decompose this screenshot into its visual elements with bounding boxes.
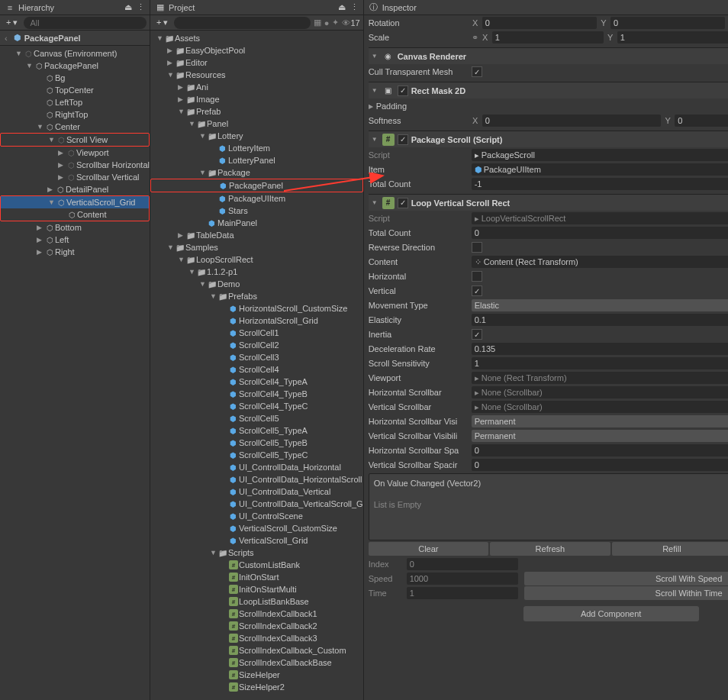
tree-row[interactable]: ScrollCell5_TypeB bbox=[150, 437, 363, 449]
tree-row[interactable]: ▼Resources bbox=[150, 69, 363, 81]
hierarchy-tree[interactable]: ▼Canvas (Environment)▼PackagePanelBgTopC… bbox=[0, 46, 150, 700]
expand-icon[interactable]: ▼ bbox=[178, 256, 185, 263]
tree-row[interactable]: ▼Assets bbox=[150, 32, 363, 44]
tree-row[interactable]: ScrollIndexCallback3 bbox=[150, 632, 363, 644]
expand-icon[interactable]: ▶ bbox=[58, 173, 66, 181]
hbar-field[interactable]: ▸ None (Scrollbar)⊙ bbox=[472, 386, 728, 398]
tree-row[interactable]: ScrollIndexCallback1 bbox=[150, 608, 363, 620]
tree-row[interactable]: ▼Prefabs bbox=[150, 290, 363, 302]
back-icon[interactable]: ‹ bbox=[5, 34, 8, 43]
fav-icon[interactable]: ▦ bbox=[314, 18, 321, 27]
tree-row[interactable]: Stars bbox=[150, 205, 363, 217]
tree-row[interactable]: InitOnStart bbox=[150, 571, 363, 583]
vertical-checkbox[interactable]: ✓ bbox=[472, 285, 482, 296]
canvas-renderer-header[interactable]: ▼ ◉ Canvas Renderer ?⚙⋮ bbox=[369, 47, 728, 64]
expand-icon[interactable]: ▼ bbox=[199, 132, 207, 140]
tree-row[interactable]: ▶Scrollbar Horizontal bbox=[0, 159, 150, 171]
speed-input[interactable] bbox=[407, 573, 518, 585]
tree-row[interactable]: ▶Editor bbox=[150, 56, 363, 69]
tree-row[interactable]: VerticalScroll_CustomSize bbox=[150, 522, 363, 534]
refill-button[interactable]: Refill bbox=[612, 542, 728, 556]
tree-row[interactable]: LotteryItem bbox=[150, 142, 363, 154]
expand-icon[interactable]: ▼ bbox=[48, 198, 56, 206]
tree-row[interactable]: ▼PackagePanel bbox=[0, 60, 150, 72]
expand-icon[interactable]: ▼ bbox=[156, 34, 164, 42]
menu-icon[interactable]: ⋮ bbox=[350, 2, 359, 12]
create-dropdown[interactable]: + ▾ bbox=[153, 18, 171, 27]
tree-row[interactable]: ▼Canvas (Environment) bbox=[0, 47, 150, 60]
expand-icon[interactable]: ▼ bbox=[210, 292, 217, 300]
tree-row[interactable]: SizeHelper2 bbox=[150, 681, 363, 693]
tree-row[interactable]: UI_ControllData_HorizontalScroll bbox=[150, 473, 363, 485]
content-field[interactable]: ⁘ Content (Rect Transform)⊙ bbox=[472, 256, 728, 268]
vvis-dropdown[interactable]: Permanent▾ bbox=[472, 430, 728, 442]
tree-row[interactable]: PackagePanel bbox=[151, 179, 362, 192]
tree-row[interactable]: UI_ControllData_VerticalScroll_G bbox=[150, 498, 363, 510]
tree-row[interactable]: ▼Lottery bbox=[150, 130, 363, 142]
tree-row[interactable]: ▼Demo bbox=[150, 278, 363, 290]
cull-checkbox[interactable]: ✓ bbox=[472, 66, 482, 77]
scale-x[interactable] bbox=[492, 31, 604, 44]
collapse-icon[interactable]: ▼ bbox=[372, 199, 379, 206]
movement-dropdown[interactable]: Elastic▾ bbox=[472, 299, 728, 311]
hidden-count[interactable]: 👁17 bbox=[342, 18, 359, 27]
total-input[interactable] bbox=[472, 227, 728, 239]
tree-row[interactable]: ▶Ani bbox=[150, 81, 363, 93]
viewport-field[interactable]: ▸ None (Rect Transform)⊙ bbox=[472, 372, 728, 384]
expand-icon[interactable]: ▼ bbox=[210, 549, 217, 556]
tree-row[interactable]: MainPanel bbox=[150, 217, 363, 229]
tree-row[interactable]: ▶Viewport bbox=[0, 147, 150, 159]
eye-icon[interactable]: ● bbox=[324, 18, 330, 27]
add-component-button[interactable]: Add Component bbox=[523, 606, 699, 621]
clear-button[interactable]: Clear bbox=[369, 542, 489, 556]
tree-row[interactable]: ▼Scripts bbox=[150, 547, 363, 559]
tree-row[interactable]: ScrollCell2 bbox=[150, 339, 363, 351]
project-tree[interactable]: ▼Assets▶EasyObjectPool▶Editor▼Resources▶… bbox=[150, 31, 363, 700]
hspace-input[interactable] bbox=[472, 444, 728, 456]
tree-row[interactable]: ScrollCell5 bbox=[150, 412, 363, 424]
tree-row[interactable]: ScrollCell5_TypeA bbox=[150, 424, 363, 437]
expand-icon[interactable]: ▶ bbox=[167, 59, 175, 66]
expand-icon[interactable]: ▼ bbox=[37, 123, 44, 131]
tree-row[interactable]: ▶Right bbox=[0, 246, 150, 258]
refresh-button[interactable]: Refresh bbox=[490, 542, 610, 556]
tree-row[interactable]: ▼LoopScrollRect bbox=[150, 253, 363, 266]
softness-x[interactable] bbox=[482, 115, 662, 127]
package-scroll-enable[interactable]: ✓ bbox=[398, 134, 408, 145]
lock-icon[interactable]: ⏏ bbox=[124, 2, 132, 12]
inertia-checkbox[interactable]: ✓ bbox=[472, 329, 482, 340]
reverse-checkbox[interactable] bbox=[472, 242, 482, 253]
expand-icon[interactable]: ▼ bbox=[26, 62, 34, 69]
tree-row[interactable]: LoopListBankBase bbox=[150, 595, 363, 608]
package-scroll-header[interactable]: ▼ ✓ Package Scroll (Script) ?⚙⋮ bbox=[369, 131, 728, 147]
tree-row[interactable]: ScrollCell4 bbox=[150, 363, 363, 376]
expand-icon[interactable]: ▶ bbox=[37, 236, 44, 244]
expand-icon[interactable]: ▼ bbox=[167, 244, 175, 251]
tree-row[interactable]: ScrollCell4_TypeC bbox=[150, 400, 363, 412]
tree-row[interactable]: ▶Image bbox=[150, 93, 363, 105]
tree-row[interactable]: ▶Left bbox=[0, 234, 150, 246]
expand-icon[interactable]: ▶ bbox=[369, 103, 376, 110]
expand-icon[interactable]: ▶ bbox=[37, 224, 44, 231]
tree-row[interactable]: CustomListBank bbox=[150, 559, 363, 571]
script-field[interactable]: ▸ LoopVerticalScrollRect⊙ bbox=[472, 212, 728, 224]
index-input[interactable] bbox=[407, 558, 518, 570]
link-icon[interactable]: ⚭ bbox=[472, 33, 478, 43]
tree-row[interactable]: ▼Samples bbox=[150, 241, 363, 253]
tree-row[interactable]: ScrollCell3 bbox=[150, 351, 363, 363]
item-field[interactable]: ⬢PackageUIItem⊙ bbox=[472, 163, 728, 176]
tree-row[interactable]: RightTop bbox=[0, 108, 150, 121]
tree-row[interactable]: LeftTop bbox=[0, 96, 150, 108]
expand-icon[interactable]: ▶ bbox=[167, 47, 175, 54]
tree-row[interactable]: ▼1.1.2-p1 bbox=[150, 266, 363, 278]
tree-row[interactable]: ▶EasyObjectPool bbox=[150, 44, 363, 56]
tree-row[interactable]: UI_ControllData_Vertical bbox=[150, 485, 363, 498]
vspace-input[interactable] bbox=[472, 459, 728, 471]
expand-icon[interactable]: ▶ bbox=[47, 185, 55, 193]
tree-row[interactable]: Content bbox=[1, 208, 149, 221]
tree-row[interactable]: SizeHelper bbox=[150, 669, 363, 681]
elasticity-input[interactable] bbox=[472, 314, 728, 326]
tree-row[interactable]: TopCenter bbox=[0, 84, 150, 96]
tree-row[interactable]: UI_ControlScene bbox=[150, 510, 363, 522]
expand-icon[interactable]: ▼ bbox=[188, 120, 196, 127]
